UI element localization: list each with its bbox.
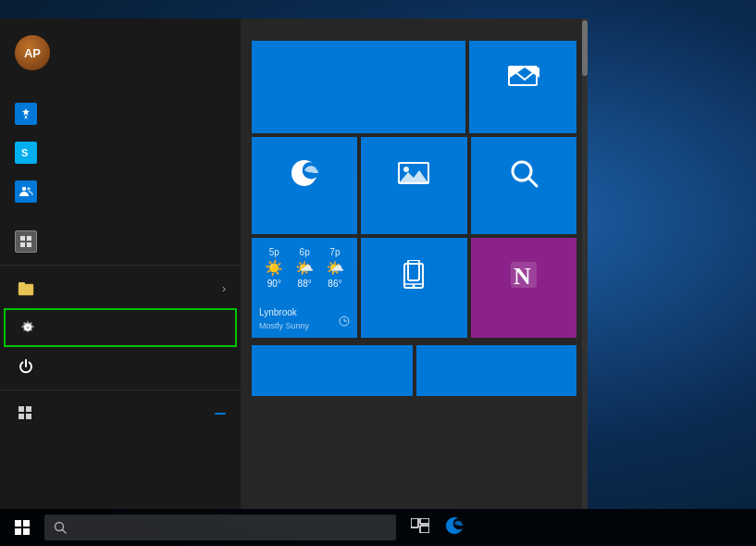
avatar-image: AP: [15, 35, 50, 70]
tile-bottom-2[interactable]: [416, 345, 577, 396]
recently-added-label: [0, 211, 241, 222]
tiles-row-1: [252, 41, 576, 133]
svg-marker-18: [399, 170, 428, 183]
skype-icon-wrapper: S: [15, 142, 37, 164]
people-icon: [15, 180, 37, 203]
user-section[interactable]: AP: [0, 19, 241, 83]
menu-item-all-apps[interactable]: [0, 394, 241, 433]
avatar[interactable]: AP: [15, 35, 50, 70]
left-panel: AP S: [0, 19, 241, 509]
svg-rect-33: [411, 518, 418, 527]
win-square-bl: [15, 528, 21, 535]
taskbar-search-icon: [54, 521, 67, 534]
taskbar-start-button[interactable]: [0, 509, 44, 546]
most-used-label: [0, 83, 241, 94]
weather-subtitle: Mostly Sunny: [259, 321, 309, 330]
taskbar: [0, 509, 756, 546]
svg-line-32: [63, 530, 67, 534]
svg-rect-8: [27, 242, 31, 247]
taskbar-search-box[interactable]: [44, 515, 396, 540]
phone-icon: [401, 260, 427, 293]
svg-text:N: N: [514, 263, 531, 290]
svg-rect-34: [420, 518, 429, 524]
svg-rect-7: [20, 242, 25, 247]
weather-clock-icon: [339, 314, 350, 330]
tile-calendar[interactable]: [252, 41, 465, 133]
weather-content: 5p ☀️ 90° 6p 🌤️ 88° 7p 🌤️ 86°: [259, 243, 350, 289]
taskbar-edge-button[interactable]: [444, 515, 465, 540]
win-square-br: [23, 528, 30, 535]
svg-rect-15: [19, 414, 24, 419]
svg-rect-10: [19, 282, 25, 286]
tiles-row-bottom: [252, 345, 576, 396]
svg-rect-5: [20, 236, 25, 241]
skype-icon: S: [15, 142, 37, 164]
weather-location: Lynbrook: [259, 307, 297, 317]
svg-rect-35: [420, 526, 429, 533]
taskbar-icons-area: [396, 515, 479, 540]
menu-item-power[interactable]: [0, 347, 241, 386]
file-explorer-arrow: ›: [222, 282, 226, 295]
divider-1: [0, 265, 241, 266]
weather-col-1: 5p ☀️ 90°: [265, 247, 283, 289]
svg-line-21: [529, 179, 537, 186]
svg-marker-1: [22, 108, 30, 116]
edge-icon: [288, 156, 321, 193]
divider-2: [0, 390, 241, 391]
get-started-icon-wrapper: [15, 103, 37, 125]
tile-weather[interactable]: 5p ☀️ 90° 6p 🌤️ 88° 7p 🌤️ 86°: [252, 238, 357, 338]
tiles-panel: 5p ☀️ 90° 6p 🌤️ 88° 7p 🌤️ 86°: [241, 19, 588, 509]
photos-icon: [397, 159, 430, 191]
svg-point-4: [27, 187, 31, 191]
tile-onenote[interactable]: N: [471, 238, 576, 338]
menu-item-file-explorer[interactable]: ›: [0, 269, 241, 308]
get-started-icon: [15, 103, 37, 125]
tile-search[interactable]: [471, 137, 576, 234]
search-icon: [509, 158, 539, 192]
svg-point-28: [413, 285, 415, 288]
optional-features-icon: [15, 230, 37, 253]
win-square-tl: [15, 520, 21, 527]
menu-item-people[interactable]: [0, 172, 241, 211]
weather-col-3: 7p 🌤️ 86°: [326, 247, 344, 289]
tile-edge[interactable]: [252, 137, 357, 234]
menu-item-get-skype[interactable]: S: [0, 133, 241, 172]
onenote-icon: N: [509, 260, 539, 293]
all-apps-icon: [15, 403, 37, 425]
optional-features-icon-wrapper: [15, 230, 37, 253]
scroll-bar[interactable]: [582, 19, 588, 509]
svg-point-3: [22, 187, 26, 191]
svg-text:S: S: [21, 147, 28, 158]
svg-rect-14: [26, 406, 31, 412]
weather-col-2: 6p 🌤️ 88°: [295, 247, 314, 289]
svg-rect-13: [19, 406, 24, 412]
svg-rect-6: [27, 236, 31, 241]
taskbar-task-view-button[interactable]: [411, 518, 429, 538]
all-apps-new-badge: [215, 413, 226, 415]
menu-item-get-started[interactable]: [0, 94, 241, 133]
power-icon: [15, 355, 37, 378]
tile-mail[interactable]: [469, 41, 576, 133]
scroll-thumb[interactable]: [582, 20, 588, 76]
tiles-row-2: [252, 137, 576, 234]
people-icon-wrapper: [15, 180, 37, 203]
tile-phone[interactable]: [361, 238, 466, 338]
svg-point-19: [403, 167, 409, 172]
menu-item-settings[interactable]: [4, 308, 237, 347]
win-square-tr: [23, 520, 30, 527]
start-menu: AP S: [0, 19, 588, 509]
tile-photos[interactable]: [361, 137, 466, 234]
menu-item-optional-features[interactable]: [0, 222, 241, 261]
svg-rect-16: [26, 414, 31, 419]
settings-icon: [17, 316, 39, 339]
tiles-row-3: 5p ☀️ 90° 6p 🌤️ 88° 7p 🌤️ 86°: [252, 238, 576, 338]
tile-bottom-1[interactable]: [252, 345, 413, 396]
file-explorer-icon: [15, 278, 37, 300]
windows-icon: [15, 520, 30, 535]
mail-icon: [508, 66, 538, 86]
